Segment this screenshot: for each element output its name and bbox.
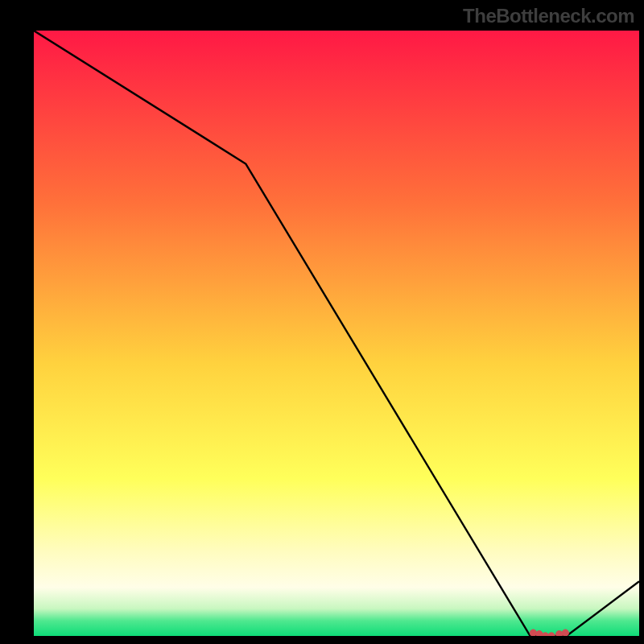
chart-svg	[34, 31, 639, 636]
chart-frame: TheBottleneck.com	[0, 0, 644, 644]
plot-area	[34, 31, 639, 636]
attribution-label: TheBottleneck.com	[463, 5, 634, 27]
data-marker	[548, 633, 555, 636]
gradient-background	[34, 31, 639, 636]
data-marker	[542, 633, 548, 636]
data-marker	[562, 630, 568, 636]
